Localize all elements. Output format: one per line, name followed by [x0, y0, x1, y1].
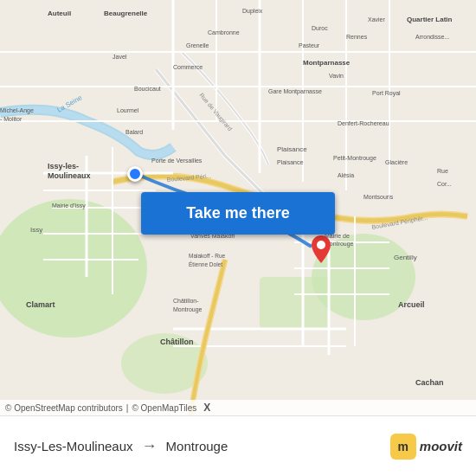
svg-text:Pasteur: Pasteur: [299, 42, 320, 48]
svg-text:Duroc: Duroc: [312, 25, 328, 31]
svg-text:Plaisance: Plaisance: [277, 159, 303, 165]
svg-text:Grenelle: Grenelle: [186, 42, 209, 48]
svg-text:Étienne Dolet: Étienne Dolet: [189, 261, 222, 267]
moovit-logo: m moovit: [390, 434, 462, 460]
svg-text:Issy-les-: Issy-les-: [48, 162, 79, 170]
svg-text:Vavin: Vavin: [329, 73, 344, 79]
svg-text:Cachan: Cachan: [415, 378, 444, 387]
map-container: Issy-les- Moulineaux Porte de Versailles…: [0, 0, 476, 415]
svg-text:Port Royal: Port Royal: [372, 90, 401, 97]
svg-text:Auteuil: Auteuil: [48, 10, 71, 17]
attribution-omt: © OpenMapTiles: [132, 403, 196, 413]
take-me-there-button[interactable]: Take me there: [141, 192, 335, 235]
svg-text:Rennes: Rennes: [346, 34, 368, 40]
svg-point-81: [317, 241, 325, 249]
svg-text:Malakoff - Rue: Malakoff - Rue: [189, 253, 226, 259]
svg-text:Arrondisse...: Arrondisse...: [415, 34, 449, 40]
svg-rect-3: [260, 277, 329, 329]
svg-text:Quartier Latin: Quartier Latin: [407, 16, 453, 23]
svg-text:Gentilly: Gentilly: [394, 254, 417, 261]
svg-text:Petit-Montrouge: Petit-Montrouge: [333, 155, 376, 162]
svg-text:Mairie d'Issy: Mairie d'Issy: [52, 203, 86, 209]
svg-text:Moulineaux: Moulineaux: [48, 171, 91, 180]
svg-text:Boucicaut: Boucicaut: [134, 86, 161, 92]
svg-text:Châtillon: Châtillon: [160, 338, 194, 346]
svg-text:Lourmel: Lourmel: [117, 107, 139, 113]
svg-text:Gare Montparnasse: Gare Montparnasse: [268, 88, 322, 95]
route-from-label: Issy-Les-Moulineaux: [14, 439, 133, 453]
svg-text:Issy: Issy: [30, 226, 42, 234]
svg-text:Montrouge: Montrouge: [173, 306, 203, 313]
svg-text:Plaisance: Plaisance: [277, 145, 307, 153]
origin-marker: [127, 166, 143, 182]
bottom-bar: Issy-Les-Moulineaux → Montrouge m moovit: [0, 415, 476, 476]
svg-text:Châtillon-: Châtillon-: [173, 298, 199, 304]
attribution-close[interactable]: X: [203, 402, 210, 414]
attribution-osm: © OpenStreetMap contributors: [5, 403, 123, 413]
svg-text:Javel: Javel: [113, 54, 127, 60]
destination-marker: [312, 235, 331, 263]
svg-text:Montsouris: Montsouris: [363, 194, 394, 200]
svg-text:Xavier: Xavier: [368, 16, 386, 23]
svg-text:Denfert-Rochereau: Denfert-Rochereau: [338, 120, 389, 126]
svg-text:- Molitor: - Molitor: [0, 116, 23, 122]
svg-text:Alésia: Alésia: [338, 172, 354, 178]
map-attribution: © OpenStreetMap contributors | © OpenMap…: [0, 400, 476, 415]
svg-text:Beaugrenelle: Beaugrenelle: [104, 10, 148, 17]
attribution-separator: |: [126, 403, 129, 413]
svg-text:Dupleix: Dupleix: [242, 8, 263, 15]
svg-text:Arcueil: Arcueil: [398, 300, 425, 309]
svg-text:Balard: Balard: [125, 129, 143, 135]
svg-text:Michel-Ange: Michel-Ange: [0, 107, 34, 114]
svg-text:Montparnasse: Montparnasse: [303, 59, 351, 67]
svg-text:Rue: Rue: [437, 168, 448, 174]
route-arrow-icon: →: [142, 437, 158, 455]
svg-text:Porte de Versailles: Porte de Versailles: [151, 158, 203, 164]
svg-text:Clamart: Clamart: [26, 300, 55, 309]
route-to-label: Montrouge: [166, 439, 228, 453]
svg-text:Commerce: Commerce: [173, 64, 203, 70]
svg-text:Glacière: Glacière: [385, 159, 408, 165]
moovit-brand-text: moovit: [420, 439, 462, 453]
moovit-icon: m: [390, 434, 416, 460]
svg-text:Cor...: Cor...: [437, 181, 452, 187]
svg-text:Cambronne: Cambronne: [208, 29, 240, 35]
